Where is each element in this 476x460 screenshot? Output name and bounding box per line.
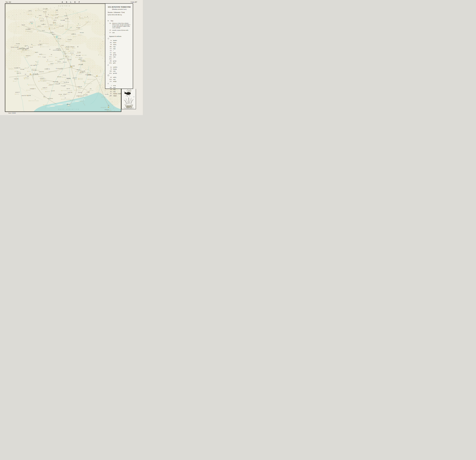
- map-label: avón 35: [42, 30, 45, 31]
- apparato-item: 40máščo̦: [108, 77, 131, 78]
- svg-text:mo̦sčǫ́ṇ 124a: mo̦sčǫ́ṇ 124a: [39, 71, 44, 72]
- map-label: FORNI AVOLTRI: [36, 10, 43, 11]
- map-label: 5 matǫ́li: [64, 15, 67, 16]
- svg-text:DOGNA: DOGNA: [78, 25, 81, 26]
- map-label: SPILIMBERGO: [47, 61, 53, 62]
- map-label: 52 avǫ́ṇ: [66, 49, 69, 49]
- svg-text:Versa: Versa: [84, 81, 86, 82]
- svg-text:CÁRNICO: CÁRNICO: [40, 19, 43, 19]
- svg-text:201a: 201a: [51, 98, 53, 99]
- svg-text:6a: 6a: [79, 16, 80, 17]
- svg-text:CIVIDALE: CIVIDALE: [79, 65, 83, 65]
- svg-text:177 taváṇ: 177 taváṇ: [61, 85, 64, 86]
- svg-text:PALUZZA: PALUZZA: [53, 15, 57, 16]
- map-label: PORDENONE: [31, 74, 39, 75]
- svg-text:avǫ́n 193: avǫ́n 193: [67, 88, 70, 89]
- map-label: 79a: [51, 54, 52, 55]
- svg-text:79a: 79a: [51, 54, 52, 55]
- map-label: taván 9: [39, 15, 42, 16]
- map-label: taván 96: [50, 63, 53, 64]
- svg-text:CORDENONS: CORDENONS: [34, 70, 40, 71]
- svg-text:CARLINO: CARLINO: [61, 96, 65, 96]
- svg-text:au̯ǫ́ṇ 78: au̯ǫ́ṇ 78: [39, 54, 42, 55]
- map-label: au̯ǫ́ṇ 78: [39, 54, 42, 55]
- svg-text:P: P: [80, 55, 80, 56]
- svg-text:IN PIANO: IN PIANO: [25, 79, 29, 79]
- svg-text:P: P: [35, 16, 36, 17]
- map-label: 199a: [90, 88, 92, 89]
- map-label: MARE ADRIATICO: [58, 108, 79, 110]
- map-label: 86 avón: [79, 58, 82, 58]
- svg-text:CLAUT: CLAUT: [20, 48, 23, 49]
- apparato-header: Apparato di confronto: [108, 36, 131, 37]
- svg-text:Racchiuso: Racchiuso: [77, 53, 81, 54]
- map-label: S: [63, 58, 64, 59]
- svg-text:S: S: [63, 58, 64, 59]
- svg-text:BASILIANO: BASILIANO: [58, 76, 63, 77]
- map-label: TRIESTE: [101, 107, 106, 108]
- map-label: 9a: [37, 17, 38, 18]
- map-label: 223a: [109, 109, 111, 109]
- svg-text:COSEANO: COSEANO: [49, 65, 53, 65]
- svg-text:S: S: [60, 23, 60, 24]
- svg-text:47: 47: [26, 49, 27, 50]
- svg-text:P: P: [17, 68, 18, 68]
- svg-text:SAN VITO: SAN VITO: [41, 80, 45, 81]
- svg-text:86 avón: 86 avón: [79, 58, 82, 58]
- svg-text:avǫ́ṇ: avǫ́ṇ: [48, 98, 49, 99]
- svg-text:8: 8: [88, 20, 89, 21]
- svg-text:18 taván: 18 taván: [55, 17, 58, 18]
- map-label: tavánS42: [38, 44, 42, 45]
- map-label: 77 aveǫ́n: [42, 57, 46, 58]
- svg-text:48: 48: [28, 47, 29, 48]
- map-label: avón di k'ámp80a: [53, 50, 61, 50]
- questionnaire-ref: Q.ALI 4519, AIS 462 Cp.: [108, 14, 131, 16]
- svg-text:108 vergǫ́n: 108 vergǫ́n: [20, 69, 24, 70]
- map-label: COMEGLIÁNS: [47, 17, 53, 18]
- map-label: 91: [26, 67, 26, 68]
- scale-note: Scala 1: 300.000: [8, 113, 16, 114]
- svg-text:107a: 107a: [18, 67, 20, 68]
- svg-text:taván 37: taván 37: [52, 34, 55, 35]
- map-label: FARRA D'ISONZO: [88, 79, 95, 80]
- map-label: mo̦sčǫ́ṇ 124a: [39, 71, 44, 72]
- svg-text:avón 19: avón 19: [53, 20, 56, 21]
- map-label: P: [36, 61, 36, 62]
- map-canvas[interactable]: AUSTRIAJUGOSLAVIAMARE ADRIATICOS2a taván…: [5, 3, 121, 112]
- svg-text:Interneppo: Interneppo: [57, 41, 60, 41]
- svg-text:taván 9: taván 9: [39, 15, 42, 16]
- svg-text:P: P: [66, 82, 67, 83]
- map-label: mosk'ón 54: [17, 49, 22, 49]
- svg-text:FANNA: FANNA: [36, 52, 38, 52]
- map-label: avón 64: [63, 51, 66, 52]
- map-label: au̯ǫ́ṇ 57a: [25, 45, 28, 46]
- svg-text:131 avǫ́n: 131 avǫ́n: [80, 71, 84, 72]
- map-label: 68a avónP: [76, 55, 80, 56]
- svg-text:67a zelón: 67a zelón: [77, 52, 81, 53]
- svg-text:FAEDIS: FAEDIS: [76, 57, 79, 58]
- map-label: greo̦lǫ́ṇ di ti̯ára 212: [76, 95, 84, 96]
- apparato-item: 92bavǫ́ṇ: [108, 70, 131, 72]
- notes-list: 31afilastrocca: k'ánte k'án-te dórdule /…: [108, 23, 131, 33]
- svg-text:Felettano: Felettano: [66, 57, 69, 58]
- map-label: 212a: [81, 100, 82, 100]
- svg-text:P: P: [43, 24, 44, 25]
- svg-text:RAVASCLETTO: RAVASCLETTO: [52, 15, 58, 15]
- svg-text:S: S: [29, 29, 30, 30]
- svg-text:San Odorico: San Odorico: [33, 69, 37, 69]
- svg-text:Ceresetto: Ceresetto: [60, 63, 63, 63]
- svg-text:ÚDINE: ÚDINE: [69, 67, 73, 68]
- svg-text:101a taván: 101a taván: [68, 59, 71, 60]
- svg-text:CIMOLAIS: CIMOLAIS: [16, 45, 19, 46]
- map-label: BASILIANO: [57, 76, 62, 77]
- map-label: 92b: [36, 62, 37, 62]
- map-label: 20: [65, 28, 66, 28]
- map-label: S: [38, 8, 38, 9]
- apparato-item: 80aavǫ́ṇ: [108, 46, 131, 48]
- map-label: 15: [78, 23, 79, 24]
- map-label: 211: [65, 98, 66, 99]
- svg-text:38 moskón soteráṇ: 38 moskón soteráṇ: [11, 47, 18, 48]
- svg-text:223 grovǫ́n: 223 grovǫ́n: [105, 109, 109, 110]
- svg-text:MANZANO: MANZANO: [81, 73, 85, 73]
- note-header: ⊢ Note: [108, 20, 131, 22]
